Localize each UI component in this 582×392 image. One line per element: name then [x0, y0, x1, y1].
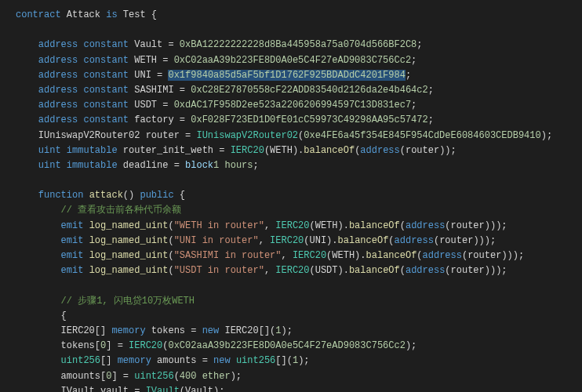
line-20: // 步骤1, 闪电贷10万枚WETH: [16, 296, 195, 307]
line-18: emit log_named_uint("USDT in router", IE…: [16, 265, 507, 276]
line-10: uint immutable router_init_weth = IERC20…: [16, 145, 457, 156]
code-block: contract Attack is Test { address consta…: [0, 0, 582, 392]
line-3: address constant Vault = 0xBA12222222228…: [16, 39, 423, 50]
line-26: IVault vault = IVault(Vault);: [16, 386, 224, 392]
line-7: address constant USDT = 0xdAC17F958D2ee5…: [16, 100, 416, 111]
line-24: uint256[] memory amounts = new uint256[]…: [16, 355, 310, 366]
line-6: address constant SASHIMI = 0xC28E2787055…: [16, 85, 434, 96]
line-22: IERC20[] memory tokens = new IERC20[](1)…: [16, 325, 293, 336]
line-16: emit log_named_uint("UNI in router", IER…: [16, 235, 496, 246]
line-5: address constant UNI = 0x1f9840a85d5aF5b…: [16, 70, 411, 81]
line-14: // 查看攻击前各种代币余额: [16, 205, 181, 216]
line-4: address constant WETH = 0xC02aaA39b223FE…: [16, 55, 416, 66]
line-9: IUniswapV2Router02 router = IUniswapV2Ro…: [16, 130, 552, 141]
line-1: contract Attack is Test {: [16, 9, 157, 20]
line-23: tokens[0] = IERC20(0xC02aaA39b223FE8D0A0…: [16, 340, 416, 351]
line-8: address constant factory = 0xF028F723ED1…: [16, 114, 434, 125]
line-17: emit log_named_uint("SASHIMI in router",…: [16, 250, 524, 261]
line-13: function attack() public {: [16, 190, 185, 201]
line-11: uint immutable deadline = block1 hours;: [16, 160, 259, 171]
line-25: amounts[0] = uint256(400 ether);: [16, 371, 242, 382]
line-15: emit log_named_uint("WETH in router", IE…: [16, 220, 507, 231]
highlighted-address: 0x1f9840a85d5aF5bf1D1762F925BDADdC4201F9…: [168, 70, 405, 81]
line-21: {: [16, 310, 67, 321]
